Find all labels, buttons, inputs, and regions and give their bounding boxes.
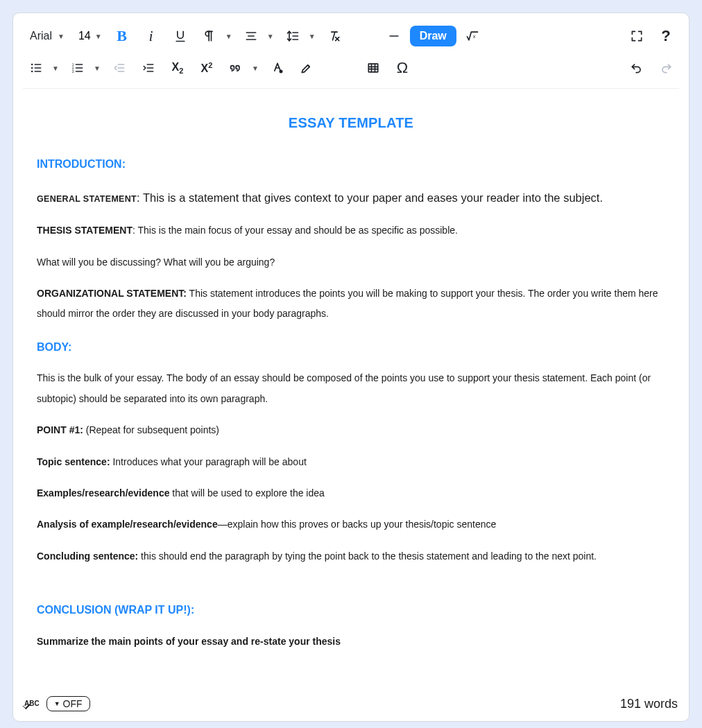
line-spacing-button[interactable]	[280, 23, 306, 49]
help-button[interactable]: ?	[653, 23, 679, 49]
bold-button[interactable]: B	[109, 23, 135, 49]
document-body[interactable]: ESSAY TEMPLATE INTRODUCTION: GENERAL STA…	[13, 92, 689, 691]
numbered-list-menu[interactable]: ▼	[91, 55, 103, 81]
numbered-list-icon: 123	[71, 61, 85, 75]
rich-text-editor: Arial ▼ 14 ▼ B i ▼	[12, 12, 690, 722]
blockquote-button[interactable]	[223, 55, 249, 81]
spellcheck-toggle[interactable]: ▼ OFF	[46, 696, 90, 711]
line-spacing-menu[interactable]: ▼	[306, 23, 318, 49]
pilcrow-icon	[203, 29, 216, 43]
chevron-down-icon: ▼	[54, 700, 60, 707]
text-color-button[interactable]	[264, 55, 291, 81]
label-analysis: Analysis of example/research/evidence	[37, 519, 218, 530]
chevron-down-icon: ▼	[52, 64, 59, 72]
svg-line-12	[332, 32, 334, 40]
label-examples: Examples/research/evidence	[37, 487, 169, 499]
horizontal-rule-button[interactable]	[381, 23, 407, 49]
chevron-down-icon: ▼	[252, 64, 259, 72]
numbered-list-button[interactable]: 123	[65, 55, 91, 81]
undo-button[interactable]	[624, 55, 650, 81]
fullscreen-button[interactable]	[624, 23, 650, 49]
sqrt-icon: x	[465, 29, 479, 43]
indent-icon	[142, 61, 155, 75]
bullet-list-menu[interactable]: ▼	[49, 55, 62, 81]
undo-icon	[630, 61, 644, 75]
intro-thesis-q: What will you be discussing? What will y…	[37, 252, 665, 272]
indent-button[interactable]	[135, 55, 162, 81]
spellcheck-value: OFF	[63, 698, 83, 709]
minus-icon	[387, 29, 401, 43]
text-thesis: This is the main focus of your essay and…	[137, 225, 457, 236]
quote-icon	[229, 61, 243, 75]
superscript-icon: X2	[201, 61, 213, 75]
align-menu[interactable]: ▼	[264, 23, 277, 49]
special-char-button[interactable]: Ω	[389, 55, 416, 81]
conclusion-text: Summarize the main points of your essay …	[37, 632, 665, 652]
text-examples: that will be used to explore the idea	[169, 487, 324, 499]
svg-point-17	[31, 64, 33, 66]
equation-button[interactable]: x	[459, 23, 486, 49]
redo-button[interactable]	[653, 55, 679, 81]
table-button[interactable]	[360, 55, 386, 81]
underline-button[interactable]	[167, 23, 194, 49]
svg-text:x: x	[473, 33, 476, 40]
subscript-icon: X2	[172, 61, 184, 75]
body-analysis: Analysis of example/research/evidence—ex…	[37, 514, 665, 535]
text-general: This is a statement that gives context t…	[143, 191, 603, 204]
label-topic: Topic sentence:	[37, 456, 110, 467]
body-examples: Examples/research/evidence that will be …	[37, 483, 665, 503]
highlight-button[interactable]	[293, 55, 320, 81]
status-bar: ABC ▼ OFF 191 words	[13, 691, 689, 721]
chevron-down-icon: ▼	[58, 33, 65, 40]
blockquote-menu[interactable]: ▼	[249, 55, 262, 81]
chevron-down-icon: ▼	[95, 33, 102, 40]
toolbar-row-2: ▼ 123 ▼ X2 X2	[23, 52, 679, 84]
word-count: 191 words	[620, 697, 678, 711]
svg-text:3: 3	[72, 69, 74, 73]
outdent-icon	[112, 61, 126, 75]
section-intro-heading: INTRODUCTION:	[37, 153, 665, 176]
highlighter-icon	[300, 61, 314, 75]
paragraph-direction-menu[interactable]: ▼	[223, 23, 235, 49]
font-family-value: Arial	[30, 30, 52, 42]
chevron-down-icon: ▼	[309, 33, 316, 40]
line-spacing-icon	[286, 29, 300, 43]
subscript-button[interactable]: X2	[164, 55, 191, 81]
paragraph-direction-button[interactable]	[196, 23, 223, 49]
label-thesis: THESIS STATEMENT	[37, 225, 132, 236]
clear-format-icon	[327, 29, 341, 43]
bullet-list-button[interactable]	[23, 55, 49, 81]
svg-rect-37	[368, 64, 377, 72]
body-concluding: Concluding sentence: this should end the…	[37, 546, 665, 566]
text-topic: Introduces what your paragraph will be a…	[110, 456, 307, 467]
font-size-select[interactable]: 14 ▼	[74, 27, 106, 45]
label-point: POINT #1:	[37, 424, 83, 435]
body-point: POINT #1: (Repeat for subsequent points)	[37, 420, 665, 440]
bullet-list-icon	[29, 61, 43, 75]
font-size-value: 14	[78, 30, 91, 42]
label-org: ORGANIZATIONAL STATEMENT:	[37, 288, 187, 299]
chevron-down-icon: ▼	[94, 64, 101, 72]
toolbar-divider	[23, 88, 679, 89]
align-button[interactable]	[238, 23, 264, 49]
text-color-icon	[271, 61, 284, 75]
fullscreen-icon	[630, 29, 644, 43]
italic-button[interactable]: i	[138, 23, 164, 49]
spellcheck-indicator[interactable]: ABC	[24, 700, 40, 707]
table-icon	[366, 61, 380, 75]
superscript-button[interactable]: X2	[194, 55, 220, 81]
body-topic: Topic sentence: Introduces what your par…	[37, 452, 665, 472]
draw-button[interactable]: Draw	[410, 26, 456, 46]
doc-title: ESSAY TEMPLATE	[37, 108, 665, 137]
svg-point-19	[31, 71, 33, 73]
clear-formatting-button[interactable]	[321, 23, 348, 49]
toolbar: Arial ▼ 14 ▼ B i ▼	[13, 13, 689, 92]
underline-icon	[173, 29, 187, 43]
outdent-button[interactable]	[106, 55, 132, 81]
label-general: GENERAL STATEMENT	[37, 194, 137, 204]
chevron-down-icon: ▼	[267, 33, 274, 40]
align-center-icon	[244, 29, 258, 43]
text-analysis: —explain how this proves or backs up you…	[218, 519, 497, 530]
font-family-select[interactable]: Arial ▼	[23, 27, 71, 45]
intro-org: ORGANIZATIONAL STATEMENT: This statement…	[37, 284, 665, 324]
